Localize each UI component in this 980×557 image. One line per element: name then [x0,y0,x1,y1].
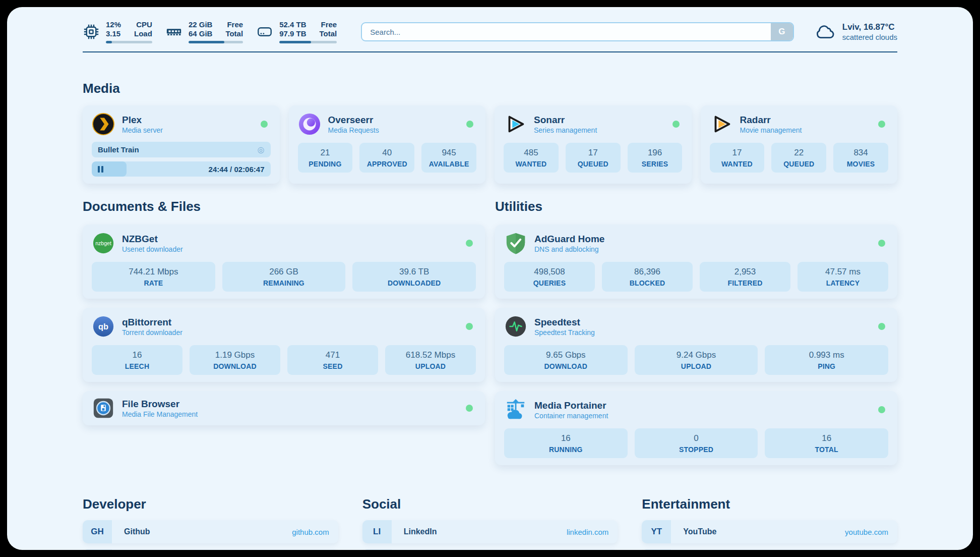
app-card-portainer[interactable]: Media Portainer Container management 16 … [495,391,897,465]
app-description: Usenet downloader [122,245,183,254]
playback-progress-bar: 24:44 / 02:06:47 [92,161,271,177]
bookmark-url[interactable]: youtube.com [845,528,897,536]
status-dot [672,121,680,128]
stat-value: 1.19 Gbps [192,350,278,360]
stat-label: SEED [289,362,376,370]
ram-free-value: 22 GiB [189,20,213,29]
radarr-icon [710,113,733,136]
weather-location: Lviv, 16.87°C [842,22,897,32]
bookmark-abbr: YT [642,520,671,543]
playback-time: 24:44 / 02:06:47 [209,165,265,174]
cpu-label: CPU [134,20,152,29]
stat-label: SERIES [630,160,681,168]
app-description: Container management [534,411,608,420]
stat-value: 498,508 [506,267,593,277]
stat-tile: 945 AVAILABLE [421,143,476,173]
stat-tile: 1.19 Gbps DOWNLOAD [190,345,280,375]
app-card-overseerr[interactable]: Overseerr Media Requests 21 PENDING 40 A… [289,105,486,184]
stat-label: QUERIES [506,279,593,287]
stat-tile: 40 APPROVED [359,143,414,173]
stat-label: FILTERED [702,279,788,287]
session-type-icon: ◎ [258,145,265,154]
stat-value: 618.52 Mbps [387,350,474,360]
ram-icon [165,23,182,40]
status-dot [466,405,473,412]
section-title-developer: Developer [83,496,338,512]
disk-progress-track [279,41,337,43]
stat-tile: 16 TOTAL [765,428,888,458]
app-name: Plex [122,114,163,126]
ram-total-value: 64 GiB [189,29,213,38]
status-dot [466,121,473,128]
disk-stat: 52.4 TB 97.9 TB Free Total [256,20,337,43]
stat-label: WANTED [506,160,557,168]
bookmark-twitter[interactable]: TW Twitter twitter.com [362,549,618,550]
app-card-speedtest[interactable]: Speedtest Speedtest Tracking 9.65 Gbps D… [495,308,897,382]
app-card-nzbget[interactable]: nzbget NZBGet Usenet downloader 744.21 M… [83,225,485,299]
app-card-qbittorrent[interactable]: qb qBittorrent Torrent downloader 16 LEE… [83,308,485,382]
overseerr-icon [298,113,321,136]
search-engine-button[interactable]: G [771,23,793,40]
bookmark-abbr: GH [83,520,112,543]
stat-value: 744.21 Mbps [94,267,213,277]
status-dot [878,121,885,128]
stat-tile: 47.57 ms LATENCY [798,262,888,292]
stat-value: 9.65 Gbps [506,350,626,360]
disk-total-value: 97.9 TB [279,29,306,38]
stat-value: 40 [361,148,412,158]
stat-value: 21 [300,148,351,158]
topbar-divider [83,51,897,52]
stat-tile: 39.6 TB DOWNLOADED [352,262,476,292]
documents-column: Documents & Files nzbget NZBGet Usenet d… [83,199,485,465]
app-card-adguard[interactable]: AdGuard Home DNS and adblocking 498,508 … [495,225,897,299]
media-grid: Plex Media server Bullet Train ◎ 24:44 /… [83,105,897,184]
section-title-entertainment: Entertainment [642,496,897,512]
bookmark-group-developer: Developer GH Github github.com SO StackO… [83,496,338,550]
bookmark-url[interactable]: linkedin.com [567,528,618,536]
svg-text:qb: qb [98,322,108,331]
stat-value: 0.993 ms [767,350,886,360]
app-card-filebrowser[interactable]: File Browser Media File Management [83,391,485,425]
stat-label: TOTAL [767,445,886,454]
app-card-radarr[interactable]: Radarr Movie management 17 WANTED 22 QUE… [701,105,898,184]
cpu-percent: 12% [106,20,121,29]
adguard-icon [504,232,527,255]
stat-tile: 498,508 QUERIES [504,262,595,292]
app-name: AdGuard Home [534,233,604,245]
app-name: File Browser [122,398,198,410]
stat-tile: 16 LEECH [92,345,182,375]
app-description: Media server [122,126,163,135]
bookmark-name: YouTube [683,527,716,536]
search-bar: G [361,22,794,41]
bookmark-url[interactable]: github.com [292,528,338,536]
topbar: 12% 3.15 CPU Load [83,20,897,43]
stat-value: 471 [289,350,376,360]
app-card-sonarr[interactable]: Sonarr Series management 485 WANTED 17 Q… [495,105,692,184]
search-input[interactable] [361,22,794,41]
status-dot [878,240,885,247]
app-description: Movie management [740,126,802,135]
app-name: NZBGet [122,233,183,245]
stat-tile: 17 WANTED [710,143,765,173]
stat-label: DOWNLOAD [192,362,278,370]
stat-value: 86,396 [604,267,691,277]
now-playing-row[interactable]: Bullet Train ◎ [92,142,271,157]
disk-free-label: Free [319,20,337,29]
status-dot [878,323,885,330]
stat-label: WANTED [712,160,763,168]
stat-tile: 2,953 FILTERED [700,262,790,292]
bookmark-youtube[interactable]: YT YouTube youtube.com [642,520,897,543]
bookmark-netflix[interactable]: NF Netflix netflix.com [642,549,897,550]
stat-label: APPROVED [361,160,412,168]
weather-widget[interactable]: Lviv, 16.87°C scattered clouds [815,22,897,42]
ram-progress-fill [189,41,224,43]
section-title-utilities: Utilities [495,199,897,214]
app-card-plex[interactable]: Plex Media server Bullet Train ◎ 24:44 /… [83,105,280,184]
stat-tile: 471 SEED [287,345,378,375]
bookmark-github[interactable]: GH Github github.com [83,520,338,543]
stat-label: RUNNING [506,445,626,454]
stat-label: LEECH [94,362,180,370]
bookmark-linkedin[interactable]: LI LinkedIn linkedin.com [362,520,618,543]
bookmark-stackoverflow[interactable]: SO StackOverflow stackoverflow.com [83,549,338,550]
stat-value: 9.24 Gbps [637,350,756,360]
